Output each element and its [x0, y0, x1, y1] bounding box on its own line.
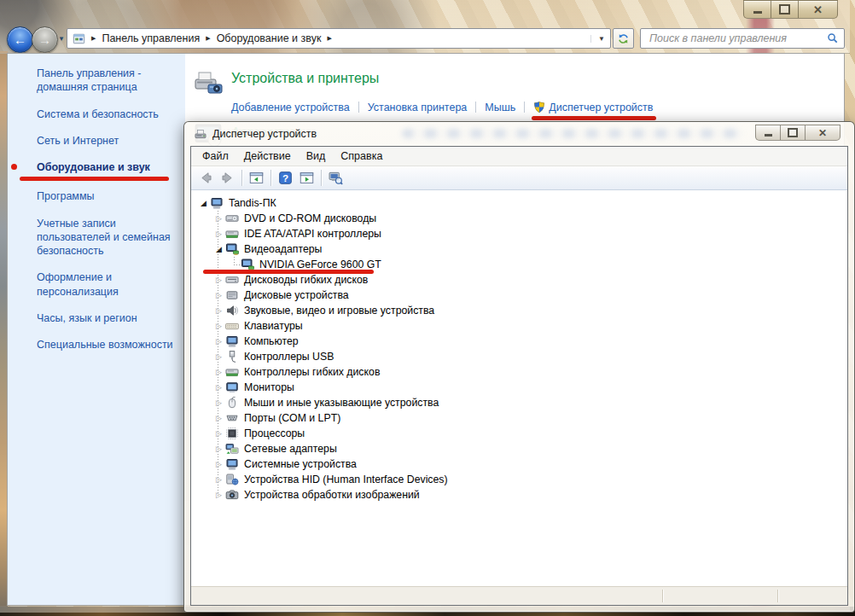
tree-item[interactable]: ▷Системные устройства	[191, 456, 847, 472]
sidebar-list: Панель управления - домашняя страницаСис…	[20, 67, 185, 352]
close-button[interactable]: ✕	[806, 125, 840, 141]
refresh-button[interactable]	[613, 28, 634, 49]
address-dropdown-icon[interactable]: ▼	[590, 35, 605, 43]
tree-item[interactable]: ▷Контроллеры гибких дисков	[191, 364, 847, 380]
tree-item[interactable]: ▷Клавиатуры	[191, 318, 847, 334]
toolbar	[191, 166, 847, 190]
sidebar-item[interactable]: Сеть и Интернет	[20, 134, 187, 148]
breadcrumb-arrow-icon[interactable]: ▶	[206, 35, 210, 42]
tree-item-label: Tandis-ПК	[227, 197, 278, 209]
tree-item[interactable]: ◢Tandis-ПК	[191, 195, 847, 211]
control-panel-link[interactable]: Диспетчер устройств	[549, 102, 653, 113]
menu-item[interactable]: Вид	[299, 150, 334, 162]
tree-item[interactable]: ▷IDE ATA/ATAPI контроллеры	[191, 226, 847, 241]
tree-item[interactable]: ▷Сетевые адаптеры	[191, 441, 847, 456]
breadcrumb-arrow-icon[interactable]: ▶	[327, 35, 331, 42]
forward-button[interactable]	[217, 168, 238, 188]
maximize-button[interactable]	[781, 125, 806, 141]
expand-icon[interactable]: ▷	[213, 476, 224, 484]
sidebar-item[interactable]: Часы, язык и регион	[20, 311, 187, 325]
expand-icon[interactable]: ▷	[213, 292, 224, 299]
close-button[interactable]: ✕	[799, 0, 838, 19]
maximize-button[interactable]	[771, 0, 799, 19]
annotation-underline	[532, 116, 656, 120]
tree-item-label: Порты (COM и LPT)	[242, 412, 342, 424]
expand-icon[interactable]: ▷	[213, 369, 224, 376]
help-button[interactable]	[275, 168, 296, 188]
show-properties-button[interactable]	[296, 168, 317, 188]
devices-printers-icon[interactable]	[194, 68, 224, 96]
sidebar-item[interactable]: Программы	[20, 189, 187, 203]
show-console-tree-button[interactable]	[246, 168, 267, 188]
sidebar-item[interactable]: Оборудование и звук	[20, 160, 187, 174]
expand-icon[interactable]: ▷	[213, 461, 224, 468]
control-panel-titlebar[interactable]: ✕ ← → ▼ ▶Панель управления▶Оборудование …	[0, 0, 850, 54]
forward-button[interactable]: →	[32, 26, 58, 53]
collapse-icon[interactable]: ◢	[213, 246, 224, 253]
expand-icon[interactable]: ▷	[213, 353, 224, 361]
history-dropdown-icon[interactable]: ▼	[58, 35, 65, 43]
expand-icon[interactable]: ▷	[213, 399, 224, 407]
tree-item[interactable]: NVIDIA GeForce 9600 GT	[191, 257, 847, 272]
minimize-button[interactable]	[743, 0, 771, 19]
back-button[interactable]	[195, 168, 217, 188]
back-button[interactable]: ←	[7, 26, 33, 53]
breadcrumb: ▶Панель управления▶Оборудование и звук▶	[85, 32, 338, 44]
sidebar-item[interactable]: Специальные возможности	[20, 338, 187, 352]
tree-item[interactable]: ▷Процессоры	[191, 426, 847, 441]
sidebar-item[interactable]: Учетные записи пользователей и семейная …	[20, 217, 187, 259]
tree-item[interactable]: ▷Мыши и иные указывающие устройства	[191, 395, 847, 410]
sidebar-item-label: Сеть и Интернет	[37, 135, 119, 147]
expand-icon[interactable]: ▷	[213, 384, 224, 392]
toolbar-separator	[241, 170, 242, 186]
search-input[interactable]	[648, 32, 827, 45]
breadcrumb-item[interactable]: Оборудование и звук	[217, 32, 322, 44]
sidebar-item[interactable]: Панель управления - домашняя страница	[20, 67, 187, 95]
address-bar[interactable]: ▶Панель управления▶Оборудование и звук▶ …	[67, 28, 611, 49]
sidebar-item[interactable]: Оформление и персонализация	[20, 270, 187, 299]
processor-icon	[225, 427, 239, 440]
sidebar-item-label: Панель управления - домашняя страница	[37, 67, 141, 93]
menu-item[interactable]: Действие	[236, 150, 299, 162]
tree-item[interactable]: ▷Порты (COM и LPT)	[191, 410, 847, 426]
minimize-button[interactable]	[755, 125, 781, 141]
toolbar-separator	[321, 170, 322, 186]
menu-item[interactable]: Справка	[333, 150, 390, 162]
tree-item[interactable]: ▷Устройства HID (Human Interface Devices…	[191, 472, 847, 487]
breadcrumb-arrow-icon[interactable]: ▶	[91, 35, 96, 42]
expand-icon[interactable]: ▷	[213, 445, 224, 453]
section-links: Добавление устройстваУстановка принтераМ…	[231, 101, 844, 113]
tree-item[interactable]: ◢Видеоадаптеры	[191, 241, 847, 257]
menu-item[interactable]: Файл	[195, 150, 236, 162]
expand-icon[interactable]: ▷	[213, 215, 224, 223]
tree-item[interactable]: ▷Дисководы гибких дисков	[191, 272, 847, 288]
section-title[interactable]: Устройства и принтеры	[231, 71, 379, 86]
control-panel-link[interactable]: Мышь	[485, 102, 515, 113]
sidebar-item[interactable]: Система и безопасность	[20, 108, 187, 121]
breadcrumb-item[interactable]: Панель управления	[102, 32, 200, 44]
expand-icon[interactable]: ▷	[213, 415, 224, 422]
expand-icon[interactable]: ▷	[213, 430, 224, 438]
tree-item[interactable]: ▷Дисковые устройства	[191, 288, 847, 303]
tree-item[interactable]: ▷Компьютер	[191, 334, 847, 349]
expand-icon[interactable]: ▷	[213, 491, 224, 499]
tree-item[interactable]: ▷Звуковые, видео и игровые устройства	[191, 303, 847, 318]
device-manager-window[interactable]: Диспетчер устройств ✕ ФайлДействиеВидСпр…	[183, 121, 855, 613]
tree-item[interactable]: ▷DVD и CD-ROM дисководы	[191, 211, 847, 226]
tree-item[interactable]: ▷Контроллеры USB	[191, 349, 847, 364]
collapse-icon[interactable]: ◢	[198, 200, 209, 207]
tree-item-label: Устройства обработки изображений	[242, 489, 422, 501]
scan-hardware-button[interactable]	[325, 168, 346, 188]
control-panel-link[interactable]: Установка принтера	[368, 102, 468, 113]
control-panel-link[interactable]: Добавление устройства	[231, 102, 350, 113]
tree-item[interactable]: ▷Устройства обработки изображений	[191, 487, 847, 503]
expand-icon[interactable]: ▷	[213, 276, 224, 284]
tree-item[interactable]: ▷Мониторы	[191, 380, 847, 395]
expand-icon[interactable]: ▷	[213, 230, 224, 238]
expand-icon[interactable]: ▷	[213, 307, 224, 315]
search-box[interactable]	[640, 28, 845, 49]
expand-icon[interactable]: ▷	[213, 323, 224, 330]
imaging-device-icon	[225, 488, 239, 502]
expand-icon[interactable]: ▷	[213, 338, 224, 346]
device-manager-titlebar[interactable]: Диспетчер устройств	[194, 127, 317, 141]
